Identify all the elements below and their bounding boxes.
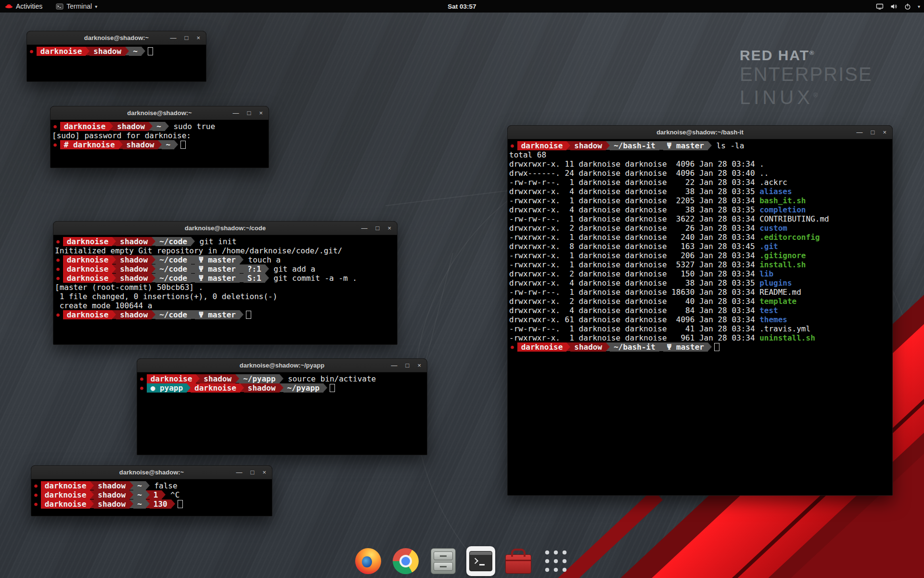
seg-status: ?:1	[244, 264, 265, 274]
terminal-line: drwx------. 24 darknoise darknoise 4096 …	[509, 169, 891, 178]
maximize-button[interactable]: □	[251, 469, 255, 475]
seg-icon: ●	[52, 122, 60, 131]
powerline-arrow	[196, 374, 200, 383]
window-title: darknoise@shadow:~/bash-it	[656, 129, 744, 136]
titlebar[interactable]: darknoise@shadow:~ — □ ×	[51, 106, 269, 120]
dock-firefox[interactable]	[354, 546, 383, 576]
seg-host: shadow	[116, 310, 152, 319]
minimize-button[interactable]: —	[236, 469, 243, 475]
powerline-arrow	[171, 499, 175, 508]
seg-out: ..	[759, 169, 769, 178]
maximize-button[interactable]: □	[376, 225, 380, 231]
display-icon[interactable]	[876, 3, 884, 10]
seg-exe: bash_it.sh	[759, 196, 806, 205]
system-status-area[interactable]: ▾	[876, 0, 920, 13]
terminal-line: ●● pyappdarknoiseshadow~/pyapp	[139, 383, 425, 393]
seg-dir: completion	[759, 205, 806, 214]
terminal-screen[interactable]: ●darknoiseshadow~ sudo true[sudo] passwo…	[51, 120, 269, 168]
terminal-line: ●darknoiseshadow~/codeΨ master touch a	[55, 255, 396, 264]
seg-dir: aliases	[759, 187, 792, 196]
close-button[interactable]: ×	[196, 35, 200, 41]
seg-path: ~/code	[155, 264, 191, 274]
seg-git: Ψ master	[195, 310, 240, 319]
seg-out: drwxrwxr-x. 8 darknoise darknoise 163 Ja…	[509, 242, 759, 251]
close-button[interactable]: ×	[259, 110, 263, 116]
dock	[354, 546, 570, 576]
powerline-arrow	[566, 141, 570, 150]
dock-files[interactable]	[429, 546, 458, 576]
terminal-line: drwxrwxr-x. 4 darknoise darknoise 84 Jan…	[509, 306, 891, 315]
powerline-arrow	[158, 140, 162, 149]
terminal-line: ●darknoiseshadow~/bash-itΨ master	[509, 342, 891, 352]
terminal-active-tile	[466, 546, 495, 576]
powerline-arrow	[146, 481, 150, 490]
powerline-arrow	[129, 481, 133, 490]
seg-path: ~	[133, 481, 146, 490]
titlebar[interactable]: darknoise@shadow:~/code — □ ×	[53, 222, 397, 235]
maximize-button[interactable]: □	[185, 35, 189, 41]
powerline-arrow	[152, 310, 155, 319]
terminal-line: create mode 100644 a	[55, 301, 396, 310]
titlebar[interactable]: darknoise@shadow:~/pyapp — □ ×	[137, 359, 427, 372]
seg-dir: .git	[759, 242, 778, 251]
close-button[interactable]: ×	[262, 469, 266, 475]
terminal-line: ●darknoiseshadow~130	[33, 499, 270, 509]
seg-exit: 1	[150, 490, 162, 499]
dock-chrome[interactable]	[391, 546, 420, 576]
terminal-line: drwxrwxr-x. 61 darknoise darknoise 4096 …	[509, 315, 891, 324]
powerline-arrow	[152, 264, 155, 273]
seg-status: S:1	[244, 274, 265, 283]
terminal-screen[interactable]: ●darknoiseshadow~ false●darknoiseshadow~…	[31, 479, 272, 516]
seg-out: drwxrwxr-x. 4 darknoise darknoise 38 Jan…	[509, 187, 759, 196]
seg-cursor	[330, 384, 335, 392]
seg-exe: .gitignore	[759, 251, 806, 260]
activities-label: Activities	[16, 2, 42, 10]
terminal-screen[interactable]: ●darknoiseshadow~	[27, 45, 206, 81]
terminal-line: drwxrwxr-x. 4 darknoise darknoise 38 Jan…	[509, 205, 891, 214]
power-icon[interactable]	[904, 3, 911, 10]
app-menu-terminal[interactable]: Terminal ▾	[56, 2, 97, 10]
dock-terminal-active[interactable]	[466, 546, 495, 576]
terminal-screen[interactable]: ●darknoiseshadow~/bash-itΨ master ls -la…	[508, 139, 892, 495]
clock[interactable]: Sat 03:57	[0, 3, 924, 10]
minimize-button[interactable]: —	[170, 35, 177, 41]
minimize-button[interactable]: —	[391, 362, 398, 368]
maximize-button[interactable]: □	[247, 110, 251, 116]
dock-toolbox[interactable]	[504, 546, 533, 576]
seg-user: darknoise	[517, 342, 567, 352]
volume-icon[interactable]	[890, 3, 898, 10]
minimize-button[interactable]: —	[361, 225, 368, 231]
close-button[interactable]: ×	[883, 129, 886, 135]
close-button[interactable]: ×	[387, 225, 391, 231]
close-button[interactable]: ×	[417, 362, 421, 368]
seg-host: shadow	[94, 499, 129, 509]
maximize-button[interactable]: □	[406, 362, 410, 368]
activities-button[interactable]: Activities	[5, 2, 42, 10]
seg-git: Ψ master	[195, 264, 240, 274]
titlebar[interactable]: darknoise@shadow:~/bash-it — □ ×	[508, 126, 892, 139]
seg-cursor	[148, 47, 153, 55]
terminal-screen[interactable]: ●darknoiseshadow~/code git initInitializ…	[53, 235, 397, 344]
powerline-arrow	[146, 490, 150, 499]
seg-user: darknoise	[41, 499, 90, 509]
terminal-window-home-2: darknoise@shadow:~ — □ × ●darknoiseshado…	[31, 465, 272, 516]
terminal-line: -rw-rw-r--. 1 darknoise darknoise 22 Jan…	[509, 178, 891, 187]
terminal-screen[interactable]: ●darknoiseshadow~/pyapp source bin/activ…	[137, 372, 427, 455]
seg-cmd: git commit -a -m .	[269, 274, 357, 283]
terminal-line: ●darknoiseshadow~/codeΨ masterS:1 git co…	[55, 274, 396, 283]
seg-icon: ●	[509, 342, 517, 352]
seg-icon: ●	[55, 310, 63, 319]
seg-git: Ψ master	[195, 255, 240, 264]
maximize-button[interactable]: □	[871, 129, 875, 135]
window-title: darknoise@shadow:~	[127, 109, 192, 117]
titlebar[interactable]: darknoise@shadow:~ — □ ×	[31, 466, 272, 479]
seg-user: darknoise	[63, 237, 113, 246]
seg-icon: ●	[33, 499, 41, 509]
window-controls: — □ ×	[233, 106, 263, 119]
seg-host: shadow	[116, 264, 152, 274]
registered-mark: ®	[809, 49, 815, 56]
dock-show-applications[interactable]	[541, 546, 570, 576]
minimize-button[interactable]: —	[857, 129, 863, 135]
minimize-button[interactable]: —	[233, 110, 239, 116]
titlebar[interactable]: darknoise@shadow:~ — □ ×	[27, 31, 206, 45]
